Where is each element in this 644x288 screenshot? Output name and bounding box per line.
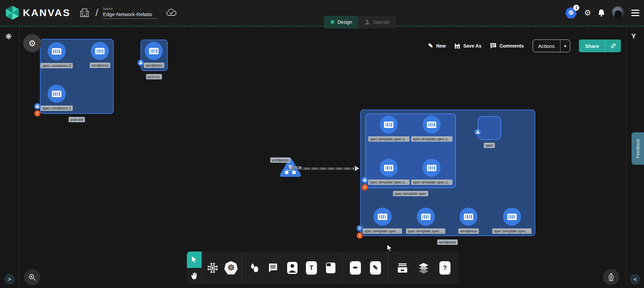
node-container[interactable]: wordpress <box>90 42 110 68</box>
tab-operate-label: Operate <box>373 19 390 25</box>
container-icon <box>380 116 398 134</box>
pencil-icon: ✎ <box>370 261 381 275</box>
pod-badge-icon[interactable] <box>138 60 144 66</box>
edge-service-to-deployment[interactable] <box>300 167 356 170</box>
select-tool-button[interactable] <box>187 251 202 268</box>
floppy-icon <box>454 43 460 49</box>
user-avatar[interactable] <box>612 6 625 19</box>
text-tool-button[interactable]: T <box>304 256 319 280</box>
design-name-input[interactable] <box>103 11 157 19</box>
kubernetes-tool-button[interactable]: ☸ <box>224 256 238 280</box>
tab-design[interactable]: ❋ Design <box>324 16 358 28</box>
drawer-tool-button[interactable] <box>395 256 410 280</box>
header-separator <box>0 25 644 27</box>
cursor-arrow-icon <box>191 256 198 263</box>
node-label: spec.template.spec.s... <box>368 136 410 142</box>
header: KANVAS / Name ☸ 1 ⚙ <box>0 0 644 25</box>
freehand-tool-button[interactable]: ✎ <box>368 256 383 280</box>
node-container[interactable]: spec.template.spec.s... <box>411 159 452 185</box>
action-bar: ✎ New Save As Comments Actions ▾ Share <box>428 40 621 52</box>
expand-left-panel-button[interactable]: > <box>4 274 15 284</box>
chip-icon <box>207 262 219 274</box>
organization-icon[interactable] <box>80 8 89 18</box>
logo[interactable]: KANVAS <box>5 6 70 20</box>
group-label-wordpress: wordpress <box>437 239 458 245</box>
container-icon <box>423 159 441 177</box>
new-button[interactable]: ✎ New <box>428 42 446 50</box>
node-container[interactable]: spec.containers.1 <box>41 85 73 111</box>
tab-design-label: Design <box>337 19 352 25</box>
views-y-icon[interactable]: Y <box>631 32 636 40</box>
layers-tool-button[interactable] <box>416 256 431 280</box>
k8s-context-button[interactable]: ☸ 1 <box>565 7 577 18</box>
hamburger-menu-icon[interactable] <box>631 10 639 16</box>
collapse-right-panel-button[interactable]: < <box>630 274 640 284</box>
notifications-bell-icon[interactable] <box>598 9 605 17</box>
pan-tool-button[interactable] <box>187 268 202 284</box>
node-label: wordpress <box>459 228 479 234</box>
node-label: spec.template.spec.... <box>406 228 445 234</box>
node-container[interactable]: spec.template.spec.s... <box>368 116 410 142</box>
node-spec[interactable] <box>478 116 501 140</box>
pod-badge-icon[interactable] <box>34 103 41 110</box>
help-tool-button[interactable]: ? <box>438 256 452 280</box>
breadcrumb-slash: / <box>95 7 98 18</box>
tab-operate[interactable]: Operate <box>358 16 396 28</box>
utility-tools: ? <box>388 251 459 284</box>
node-container[interactable]: spec.template.spec.... <box>406 208 445 234</box>
node-label: spec.template.spec.s... <box>368 179 410 185</box>
pen-tool-button[interactable]: ✒ <box>348 256 363 280</box>
text-tool-icon: T <box>306 261 317 275</box>
share-label[interactable]: Share <box>579 40 605 52</box>
container-icon <box>48 42 66 60</box>
kubernetes-icon: ☸ <box>224 261 238 275</box>
node-container[interactable]: spec.template.spec.s... <box>368 159 410 185</box>
pen-mode-button[interactable] <box>603 269 619 285</box>
media-tool-button[interactable] <box>285 256 300 280</box>
feedback-label: Feedback <box>635 139 640 158</box>
cloud-saved-icon <box>166 8 177 17</box>
node-label: wordpress <box>90 63 110 68</box>
kanvas-logo-icon <box>5 6 19 20</box>
error-count-badge[interactable]: 3 <box>362 184 368 191</box>
error-count-badge[interactable]: 3 <box>357 232 363 239</box>
actions-caret-icon[interactable]: ▾ <box>560 40 570 52</box>
save-as-button[interactable]: Save As <box>454 43 481 49</box>
shapes-tool-button[interactable] <box>247 256 261 280</box>
node-label: wordpress <box>270 157 290 163</box>
group-settings-button[interactable]: ⚙ <box>23 34 41 52</box>
note-tool-button[interactable] <box>323 256 338 280</box>
k8s-context-count-badge: 1 <box>573 5 579 11</box>
comment-bubble-icon <box>267 262 279 274</box>
error-count-badge[interactable]: 2 <box>34 110 41 117</box>
meshery-spinner-icon[interactable]: ❋ <box>5 32 12 41</box>
pod-badge-icon[interactable] <box>362 177 368 183</box>
node-container[interactable]: spec.template.spec.... <box>363 208 402 234</box>
component-tools: ☸ <box>202 251 242 284</box>
node-container[interactable]: spec.containers.0 <box>41 42 73 68</box>
node-container[interactable]: spec.template.spec.s... <box>411 116 452 142</box>
pencil-icon: ✎ <box>428 42 433 50</box>
node-container[interactable]: spec.template.spec.... <box>492 208 532 234</box>
node-label: spec.containers.0 <box>41 63 73 68</box>
pod-badge-icon[interactable] <box>475 129 481 135</box>
help-icon: ? <box>439 261 450 275</box>
group-label-pod-skd: pod-skd <box>68 117 85 122</box>
magnifier-plus-icon <box>28 273 36 281</box>
share-split-button[interactable]: Share <box>579 40 621 52</box>
copy-link-icon[interactable] <box>605 40 621 52</box>
node-container[interactable]: wordpress <box>459 208 479 234</box>
logo-text: KANVAS <box>23 7 70 18</box>
components-tool-button[interactable] <box>205 256 220 280</box>
settings-gear-icon[interactable]: ⚙ <box>584 9 591 17</box>
node-label: spec.template.spec.... <box>492 228 532 234</box>
deployment-badge-icon[interactable]: ❋ <box>357 225 363 231</box>
comments-button[interactable]: Comments <box>490 43 524 49</box>
comment-tool-button[interactable] <box>266 256 280 280</box>
feedback-tab[interactable]: Feedback <box>632 132 644 165</box>
node-container[interactable]: wordpress <box>144 42 164 68</box>
actions-label[interactable]: Actions <box>533 40 560 52</box>
mouse-cursor <box>386 244 394 252</box>
zoom-in-button[interactable] <box>24 269 40 285</box>
actions-split-button[interactable]: Actions ▾ <box>533 40 571 52</box>
